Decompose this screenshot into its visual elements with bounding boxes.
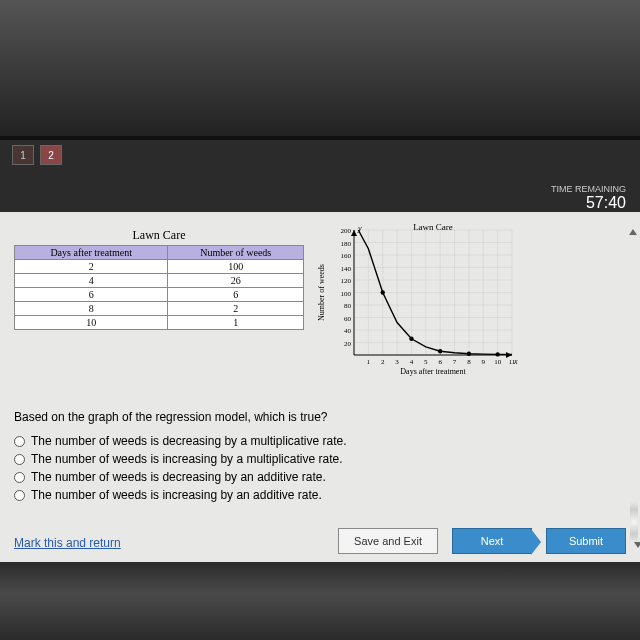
radio-icon[interactable] [14, 436, 25, 447]
svg-text:Lawn Care: Lawn Care [413, 222, 453, 232]
table-row: 426 [15, 274, 304, 288]
svg-text:1: 1 [367, 358, 371, 366]
svg-text:120: 120 [341, 277, 352, 285]
answer-options: The number of weeds is decreasing by a m… [14, 434, 628, 502]
footer-buttons: Save and Exit Next Submit [338, 528, 626, 554]
table-row: 2100 [15, 260, 304, 274]
option-label: The number of weeds is increasing by an … [31, 488, 322, 502]
monitor-bezel-bottom [0, 562, 640, 640]
svg-text:140: 140 [341, 265, 352, 273]
svg-text:6: 6 [438, 358, 442, 366]
answer-option-3[interactable]: The number of weeds is increasing by an … [14, 488, 628, 502]
svg-text:5: 5 [424, 358, 428, 366]
question-content: Lawn Care Days after treatment Number of… [0, 212, 640, 562]
table-row: 101 [15, 316, 304, 330]
svg-text:80: 80 [344, 302, 352, 310]
svg-text:2: 2 [381, 358, 385, 366]
scroll-up-icon[interactable] [628, 224, 638, 240]
radio-icon[interactable] [14, 490, 25, 501]
svg-text:180: 180 [341, 240, 352, 248]
data-table-panel: Lawn Care Days after treatment Number of… [14, 220, 304, 390]
svg-text:7: 7 [453, 358, 457, 366]
timer-label: TIME REMAINING [551, 184, 626, 194]
option-label: The number of weeds is increasing by a m… [31, 452, 342, 466]
svg-text:4: 4 [410, 358, 414, 366]
radio-icon[interactable] [14, 472, 25, 483]
svg-text:x: x [513, 357, 518, 366]
svg-text:200: 200 [341, 227, 352, 235]
svg-text:60: 60 [344, 315, 352, 323]
svg-text:100: 100 [341, 290, 352, 298]
svg-text:40: 40 [344, 327, 352, 335]
table-cell: 2 [15, 260, 168, 274]
table-cell: 4 [15, 274, 168, 288]
screen-glare [630, 502, 638, 542]
svg-text:160: 160 [341, 252, 352, 260]
answer-option-1[interactable]: The number of weeds is increasing by a m… [14, 452, 628, 466]
next-button[interactable]: Next [452, 528, 532, 554]
lawn-care-chart: 204060801001201401601802001234567891011L… [312, 220, 522, 390]
table-row: 82 [15, 302, 304, 316]
scroll-down-icon[interactable] [633, 537, 640, 553]
table-cell: 8 [15, 302, 168, 316]
svg-point-45 [409, 337, 413, 341]
answer-option-0[interactable]: The number of weeds is decreasing by a m… [14, 434, 628, 448]
answer-option-2[interactable]: The number of weeds is decreasing by an … [14, 470, 628, 484]
table-cell: 1 [168, 316, 304, 330]
table-title: Lawn Care [14, 220, 304, 245]
col-header-days: Days after treatment [15, 246, 168, 260]
table-cell: 10 [15, 316, 168, 330]
svg-point-44 [381, 290, 385, 294]
table-cell: 100 [168, 260, 304, 274]
svg-point-46 [438, 349, 442, 353]
svg-point-48 [495, 352, 499, 356]
option-label: The number of weeds is decreasing by a m… [31, 434, 347, 448]
svg-text:9: 9 [482, 358, 486, 366]
table-cell: 6 [15, 288, 168, 302]
monitor-bezel-top [0, 0, 640, 140]
svg-text:Number of weeds: Number of weeds [317, 264, 326, 321]
mark-and-return-link[interactable]: Mark this and return [14, 536, 121, 550]
option-label: The number of weeds is decreasing by an … [31, 470, 326, 484]
timer-value: 57:40 [586, 194, 626, 212]
nav-question-2[interactable]: 2 [40, 145, 62, 165]
svg-text:3: 3 [395, 358, 399, 366]
timer-panel: TIME REMAINING 57:40 [0, 170, 640, 212]
table-cell: 6 [168, 288, 304, 302]
data-table: Days after treatment Number of weeds 210… [14, 245, 304, 330]
chart-panel: 204060801001201401601802001234567891011L… [312, 220, 522, 390]
table-cell: 26 [168, 274, 304, 288]
svg-text:Days after treatment: Days after treatment [400, 367, 466, 376]
question-nav-bar: 1 2 [0, 140, 640, 170]
question-text: Based on the graph of the regression mod… [14, 410, 628, 424]
save-exit-button[interactable]: Save and Exit [338, 528, 438, 554]
submit-button[interactable]: Submit [546, 528, 626, 554]
nav-question-1[interactable]: 1 [12, 145, 34, 165]
col-header-weeds: Number of weeds [168, 246, 304, 260]
table-cell: 2 [168, 302, 304, 316]
svg-text:8: 8 [467, 358, 471, 366]
svg-point-47 [467, 352, 471, 356]
svg-text:y: y [357, 224, 362, 233]
svg-text:20: 20 [344, 340, 352, 348]
table-row: 66 [15, 288, 304, 302]
svg-text:10: 10 [494, 358, 502, 366]
radio-icon[interactable] [14, 454, 25, 465]
